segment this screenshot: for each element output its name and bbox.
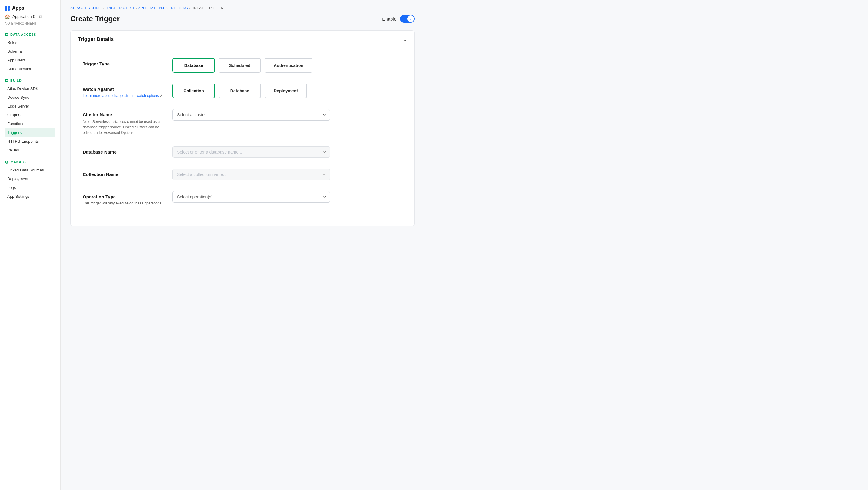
- sidebar-apps-item[interactable]: Apps: [5, 4, 56, 12]
- sidebar-build-section: BUILD Atlas Device SDK Device Sync Edge …: [0, 74, 60, 156]
- trigger-type-authentication-btn[interactable]: Authentication: [265, 58, 312, 73]
- watch-against-link[interactable]: Learn more about changestream watch opti…: [83, 94, 159, 98]
- watch-against-row: Watch Against Learn more about changestr…: [83, 84, 402, 98]
- watch-against-deployment-btn[interactable]: Deployment: [265, 84, 307, 98]
- breadcrumb-sep-2: ›: [136, 6, 137, 10]
- data-access-title: DATA ACCESS: [5, 33, 56, 36]
- watch-against-sublabel: Learn more about changestream watch opti…: [83, 94, 167, 98]
- card-header-title: Trigger Details: [78, 36, 114, 42]
- card-body: Trigger Type Database Scheduled Authenti…: [71, 48, 414, 226]
- collection-name-label-col: Collection Name: [83, 169, 167, 177]
- watch-against-database-btn[interactable]: Database: [218, 84, 261, 98]
- cluster-name-field-col: Select a cluster...: [173, 109, 402, 121]
- breadcrumb-current: CREATE TRIGGER: [191, 6, 224, 10]
- collection-name-label: Collection Name: [83, 169, 167, 177]
- trigger-type-scheduled-btn[interactable]: Scheduled: [218, 58, 261, 73]
- build-icon: [5, 79, 8, 83]
- breadcrumb-sep-3: ›: [166, 6, 167, 10]
- sidebar-data-access-section: DATA ACCESS Rules Schema App Users Authe…: [0, 29, 60, 74]
- page-header: Create Trigger Enable ✓: [70, 14, 414, 23]
- main-content: ATLAS-TEST-ORG › TRIGGERS-TEST › APPLICA…: [61, 0, 868, 490]
- cluster-name-select[interactable]: Select a cluster...: [173, 109, 330, 121]
- database-name-label-col: Database Name: [83, 146, 167, 155]
- cluster-name-label: Cluster Name: [83, 109, 167, 117]
- home-icon: 🏠: [5, 14, 10, 19]
- breadcrumb-sep-4: ›: [189, 6, 190, 10]
- no-environment-label: NO ENVIRONMENT: [5, 20, 56, 25]
- collection-name-row: Collection Name Select a collection name…: [83, 169, 402, 180]
- sidebar-item-deployment[interactable]: Deployment: [5, 174, 56, 183]
- manage-title: ⚙ MANAGE: [5, 160, 56, 164]
- watch-against-collection-btn[interactable]: Collection: [173, 84, 215, 98]
- breadcrumb-triggers-test[interactable]: TRIGGERS-TEST: [105, 6, 134, 10]
- chevron-down-icon: ⌄: [402, 36, 407, 43]
- sidebar-item-authentication[interactable]: Authentication: [5, 65, 56, 73]
- enable-label: Enable: [382, 17, 396, 22]
- operation-type-select[interactable]: Select operation(s)...: [173, 191, 330, 203]
- operation-type-field-col: Select operation(s)...: [173, 191, 402, 203]
- collection-name-select[interactable]: Select a collection name...: [173, 169, 330, 180]
- breadcrumb: ATLAS-TEST-ORG › TRIGGERS-TEST › APPLICA…: [70, 6, 414, 10]
- enable-row: Enable ✓: [382, 15, 414, 23]
- collection-name-field-col: Select a collection name...: [173, 169, 402, 180]
- toggle-knob: ✓: [407, 15, 414, 22]
- trigger-type-database-btn[interactable]: Database: [173, 58, 215, 73]
- page-title: Create Trigger: [70, 14, 120, 23]
- database-name-select[interactable]: Select or enter a database name...: [173, 146, 330, 158]
- sidebar-item-functions[interactable]: Functions: [5, 119, 56, 128]
- database-name-label: Database Name: [83, 146, 167, 155]
- card-header[interactable]: Trigger Details ⌄: [71, 31, 414, 48]
- sidebar-item-linked-data-sources[interactable]: Linked Data Sources: [5, 166, 56, 174]
- gear-icon: ⚙: [5, 160, 9, 164]
- breadcrumb-application-0[interactable]: APPLICATION-0: [138, 6, 165, 10]
- sidebar-item-values[interactable]: Values: [5, 146, 56, 155]
- sidebar-item-graphql[interactable]: GraphQL: [5, 110, 56, 119]
- sidebar-item-app-settings[interactable]: App Settings: [5, 192, 56, 201]
- sidebar-item-triggers[interactable]: Triggers: [5, 128, 56, 137]
- sidebar: Apps 🏠 Application-0 ⧉ NO ENVIRONMENT DA…: [0, 0, 61, 490]
- cluster-name-note: Note: Serverless instances cannot be use…: [83, 119, 167, 135]
- trigger-type-row: Trigger Type Database Scheduled Authenti…: [83, 58, 402, 73]
- apps-label: Apps: [12, 5, 24, 11]
- trigger-type-label: Trigger Type: [83, 58, 167, 66]
- sidebar-item-app-users[interactable]: App Users: [5, 56, 56, 65]
- sidebar-manage-section: ⚙ MANAGE Linked Data Sources Deployment …: [0, 156, 60, 202]
- cluster-name-label-col: Cluster Name Note: Serverless instances …: [83, 109, 167, 135]
- data-access-icon: [5, 33, 8, 36]
- sidebar-item-edge-server[interactable]: Edge Server: [5, 102, 56, 110]
- sidebar-item-schema[interactable]: Schema: [5, 47, 56, 56]
- build-title: BUILD: [5, 79, 56, 83]
- app-name: Application-0: [12, 14, 35, 19]
- operation-type-row: Operation Type This trigger will only ex…: [83, 191, 402, 205]
- breadcrumb-atlas-test-org[interactable]: ATLAS-TEST-ORG: [70, 6, 101, 10]
- watch-against-label-col: Watch Against Learn more about changestr…: [83, 84, 167, 98]
- trigger-details-card: Trigger Details ⌄ Trigger Type Database …: [70, 30, 414, 226]
- database-name-field-col: Select or enter a database name...: [173, 146, 402, 158]
- breadcrumb-triggers[interactable]: TRIGGERS: [169, 6, 188, 10]
- cluster-name-row: Cluster Name Note: Serverless instances …: [83, 109, 402, 135]
- grid-icon: [5, 6, 10, 10]
- trigger-type-btn-group: Database Scheduled Authentication: [173, 58, 402, 73]
- watch-against-btn-group: Collection Database Deployment: [173, 84, 402, 98]
- database-name-row: Database Name Select or enter a database…: [83, 146, 402, 158]
- trigger-type-label-col: Trigger Type: [83, 58, 167, 66]
- enable-toggle[interactable]: ✓: [400, 15, 414, 23]
- breadcrumb-sep-1: ›: [102, 6, 104, 10]
- external-link-icon: ↗: [160, 94, 163, 98]
- sidebar-app-row[interactable]: 🏠 Application-0 ⧉: [5, 12, 56, 20]
- operation-type-sublabel: This trigger will only execute on these …: [83, 201, 167, 205]
- operation-type-label-col: Operation Type This trigger will only ex…: [83, 191, 167, 205]
- operation-type-label: Operation Type: [83, 191, 167, 199]
- sidebar-top: Apps 🏠 Application-0 ⧉ NO ENVIRONMENT: [0, 0, 60, 29]
- sidebar-item-atlas-device-sdk[interactable]: Atlas Device SDK: [5, 84, 56, 93]
- sidebar-item-logs[interactable]: Logs: [5, 183, 56, 192]
- sidebar-item-device-sync[interactable]: Device Sync: [5, 93, 56, 102]
- watch-against-label: Watch Against: [83, 84, 167, 92]
- copy-icon[interactable]: ⧉: [39, 14, 42, 19]
- sidebar-item-https-endpoints[interactable]: HTTPS Endpoints: [5, 137, 56, 146]
- sidebar-item-rules[interactable]: Rules: [5, 38, 56, 47]
